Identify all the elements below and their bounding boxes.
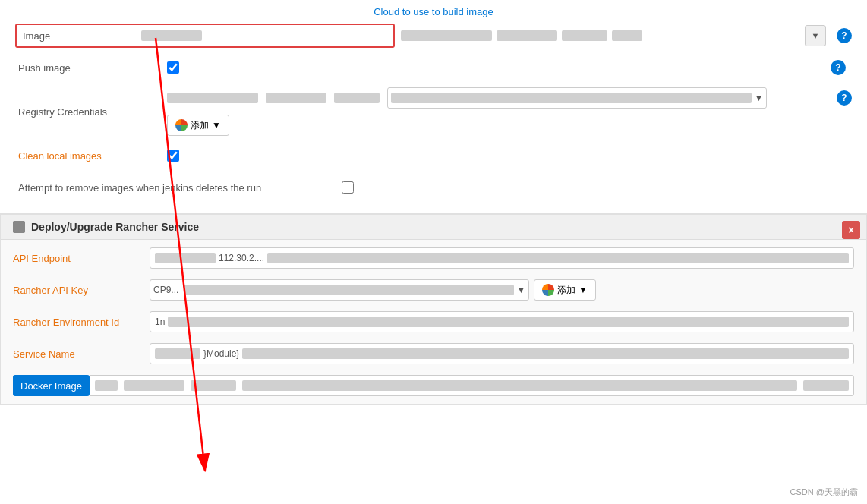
reg-blur-1: [167, 93, 258, 103]
rancher-api-add-arrow: ▼: [579, 285, 588, 295]
clean-local-checkbox[interactable]: [167, 150, 179, 162]
rancher-api-ball: [542, 284, 554, 296]
api-endpoint-label: API Endpoint: [13, 253, 150, 264]
docker-blur-3: [191, 380, 236, 391]
rancher-api-arrow: ▼: [517, 285, 525, 295]
attempt-remove-checkbox[interactable]: [342, 181, 354, 194]
reg-select-arrow: ▼: [755, 93, 763, 102]
api-endpoint-blur2: [267, 253, 849, 263]
service-name-row: Service Name }Module}: [13, 342, 854, 366]
docker-blur-1: [95, 380, 118, 391]
registry-add-arrow: ▼: [212, 120, 221, 131]
main-container: Cloud to use to build image Image ▼ ? Pu…: [0, 0, 867, 504]
rancher-api-select[interactable]: CP9... ▼: [150, 279, 529, 301]
reg-blur-2: [266, 93, 326, 103]
rancher-env-value: 1n: [155, 317, 165, 327]
reg-blur-3: [334, 93, 380, 103]
docker-blur-2: [124, 380, 184, 391]
service-name-blur2: [242, 348, 849, 359]
service-name-value: }Module}: [203, 348, 239, 359]
image-blurred-3: [562, 30, 607, 41]
image-dropdown-btn[interactable]: ▼: [805, 25, 826, 46]
api-endpoint-input[interactable]: 112.30.2....: [150, 247, 854, 269]
api-endpoint-value: 112.30.2....: [219, 253, 264, 263]
api-endpoint-row: API Endpoint 112.30.2....: [13, 246, 854, 270]
docker-image-row: Docker Image: [13, 373, 854, 398]
image-value-blurred: [141, 30, 202, 41]
service-name-blur: [155, 348, 200, 359]
rancher-ball-icon: [175, 119, 188, 131]
push-image-control: ?: [167, 60, 852, 75]
deploy-close-btn[interactable]: ×: [842, 221, 860, 239]
deploy-title: Deploy/Upgrade Rancher Service: [31, 221, 199, 233]
deploy-header: Deploy/Upgrade Rancher Service ×: [1, 215, 866, 240]
deploy-body: API Endpoint 112.30.2.... Rancher API Ke…: [1, 240, 866, 404]
image-label: Image: [20, 30, 141, 42]
image-help-icon[interactable]: ?: [837, 28, 852, 43]
rancher-api-add-btn[interactable]: 添加 ▼: [534, 279, 596, 301]
api-endpoint-blur: [155, 253, 216, 263]
deploy-section: Deploy/Upgrade Rancher Service × API End…: [0, 214, 867, 405]
docker-blur-5: [803, 380, 849, 391]
rancher-env-row: Rancher Environment Id 1n: [13, 310, 854, 334]
push-image-help[interactable]: ?: [831, 60, 846, 75]
registry-label: Registry Credentials: [15, 106, 167, 118]
push-image-checkbox[interactable]: [167, 61, 179, 74]
registry-help[interactable]: ?: [837, 90, 852, 106]
attempt-remove-row: Attempt to remove images when jenkins de…: [15, 175, 852, 200]
rancher-api-key-row: Rancher API Key CP9... ▼ 添加 ▼: [13, 278, 854, 302]
rancher-env-label: Rancher Environment Id: [13, 317, 150, 328]
service-name-control: }Module}: [150, 343, 854, 364]
rancher-api-add-label: 添加: [557, 284, 575, 297]
deploy-header-icon: [13, 221, 25, 233]
api-endpoint-control: 112.30.2....: [150, 247, 854, 269]
clean-local-row: Clean local images: [15, 143, 852, 168]
registry-add-label: 添加: [191, 119, 209, 132]
registry-credentials-row: Registry Credentials ▼: [15, 87, 852, 136]
image-row: Image ▼ ?: [15, 24, 852, 48]
docker-image-input[interactable]: [90, 375, 854, 396]
rancher-api-label: Rancher API Key: [13, 285, 150, 296]
image-field-box: Image: [15, 24, 395, 48]
rancher-env-blur: [168, 317, 849, 327]
image-blurred-1: [401, 30, 492, 41]
image-field-inner: [141, 30, 390, 41]
registry-add-btn[interactable]: 添加 ▼: [167, 115, 229, 136]
reg-select-value: [391, 93, 752, 103]
attempt-remove-control: [342, 181, 852, 194]
rancher-api-control: CP9... ▼ 添加 ▼: [150, 279, 854, 301]
image-blurred-2: [497, 30, 557, 41]
service-name-label: Service Name: [13, 348, 150, 360]
rancher-api-blur: [184, 285, 514, 295]
rancher-env-input[interactable]: 1n: [150, 311, 854, 332]
clean-local-control: [167, 150, 852, 162]
rancher-env-control: 1n: [150, 311, 854, 332]
docker-image-btn[interactable]: Docker Image: [13, 375, 90, 396]
attempt-remove-label: Attempt to remove images when jenkins de…: [15, 182, 342, 194]
clean-local-label: Clean local images: [15, 150, 167, 162]
cloud-title: Cloud to use to build image: [15, 6, 852, 17]
push-image-row: Push image ?: [15, 55, 852, 80]
service-name-input[interactable]: }Module}: [150, 343, 854, 364]
push-image-label: Push image: [15, 62, 167, 74]
image-blurred-4: [612, 30, 642, 41]
top-section: Cloud to use to build image Image ▼ ? Pu…: [0, 0, 867, 214]
watermark: CSDN @天黑的霸: [790, 487, 858, 498]
image-right-area: ▼ ?: [401, 25, 852, 46]
docker-blur-4: [242, 380, 797, 391]
rancher-api-value: CP9...: [153, 285, 178, 295]
registry-select[interactable]: ▼: [387, 87, 767, 109]
registry-top-row: ▼: [167, 87, 826, 109]
registry-control: ▼ 添加 ▼ ?: [167, 87, 852, 136]
